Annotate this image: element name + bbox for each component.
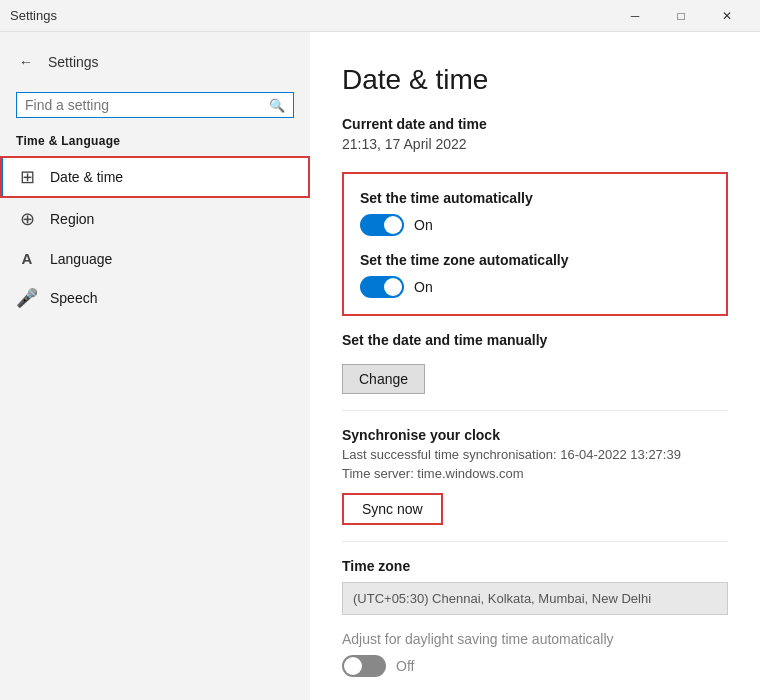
sidebar-item-label-region: Region	[50, 211, 94, 227]
sidebar-item-label-language: Language	[50, 251, 112, 267]
titlebar-title: Settings	[10, 8, 57, 23]
sync-now-button[interactable]: Sync now	[342, 493, 443, 525]
auto-timezone-section: Set the time zone automatically On	[360, 252, 710, 298]
daylight-toggle-label: Off	[396, 658, 414, 674]
auto-time-toggle[interactable]	[360, 214, 404, 236]
auto-time-box: Set the time automatically On Set the ti…	[342, 172, 728, 316]
auto-timezone-toggle[interactable]	[360, 276, 404, 298]
timezone-label: Time zone	[342, 558, 728, 574]
change-button[interactable]: Change	[342, 364, 425, 394]
content-area: ← Settings 🔍 Time & Language ⊞ Date & ti…	[0, 32, 760, 700]
titlebar: Settings ─ □ ✕	[0, 0, 760, 32]
sidebar-section-label: Time & Language	[0, 130, 310, 156]
sidebar-app-title: Settings	[48, 54, 99, 70]
divider-1	[342, 410, 728, 411]
search-input[interactable]	[25, 97, 263, 113]
page-title: Date & time	[342, 64, 728, 96]
manual-label: Set the date and time manually	[342, 332, 728, 348]
speech-icon: 🎤	[16, 287, 38, 309]
sidebar-item-region[interactable]: ⊕ Region	[0, 198, 310, 240]
auto-time-toggle-row: On	[360, 214, 710, 236]
close-button[interactable]: ✕	[704, 0, 750, 32]
manual-section: Set the date and time manually Change	[342, 332, 728, 394]
date-time-icon: ⊞	[16, 166, 38, 188]
auto-timezone-label: Set the time zone automatically	[360, 252, 710, 268]
sidebar-item-date-time[interactable]: ⊞ Date & time	[0, 156, 310, 198]
main-content: Date & time Current date and time 21:13,…	[310, 32, 760, 700]
sidebar: ← Settings 🔍 Time & Language ⊞ Date & ti…	[0, 32, 310, 700]
sidebar-item-language[interactable]: A Language	[0, 240, 310, 277]
auto-timezone-toggle-row: On	[360, 276, 710, 298]
daylight-label: Adjust for daylight saving time automati…	[342, 631, 728, 647]
titlebar-left: Settings	[10, 8, 57, 23]
back-button[interactable]: ←	[12, 48, 40, 76]
settings-window: Settings ─ □ ✕ ← Settings 🔍 Time & Langu…	[0, 0, 760, 700]
timezone-dropdown[interactable]: (UTC+05:30) Chennai, Kolkata, Mumbai, Ne…	[342, 582, 728, 615]
titlebar-controls: ─ □ ✕	[612, 0, 750, 32]
auto-time-toggle-label: On	[414, 217, 433, 233]
minimize-button[interactable]: ─	[612, 0, 658, 32]
current-time-value: 21:13, 17 April 2022	[342, 136, 728, 152]
sync-section: Synchronise your clock Last successful t…	[342, 427, 728, 525]
sidebar-nav-top: ← Settings	[0, 40, 310, 84]
maximize-button[interactable]: □	[658, 0, 704, 32]
sidebar-item-label-speech: Speech	[50, 290, 97, 306]
search-icon: 🔍	[269, 98, 285, 113]
auto-time-section: Set the time automatically On	[360, 190, 710, 236]
daylight-toggle-row: Off	[342, 655, 728, 677]
auto-timezone-toggle-label: On	[414, 279, 433, 295]
current-date-section-label: Current date and time	[342, 116, 728, 132]
search-box[interactable]: 🔍	[16, 92, 294, 118]
sync-label: Synchronise your clock	[342, 427, 728, 443]
divider-2	[342, 541, 728, 542]
language-icon: A	[16, 250, 38, 267]
sync-info-1: Last successful time synchronisation: 16…	[342, 447, 728, 462]
sidebar-item-speech[interactable]: 🎤 Speech	[0, 277, 310, 319]
sync-info-2: Time server: time.windows.com	[342, 466, 728, 481]
timezone-section: Time zone (UTC+05:30) Chennai, Kolkata, …	[342, 558, 728, 615]
daylight-section: Adjust for daylight saving time automati…	[342, 631, 728, 677]
daylight-toggle[interactable]	[342, 655, 386, 677]
sidebar-item-label-date-time: Date & time	[50, 169, 123, 185]
region-icon: ⊕	[16, 208, 38, 230]
auto-time-label: Set the time automatically	[360, 190, 710, 206]
